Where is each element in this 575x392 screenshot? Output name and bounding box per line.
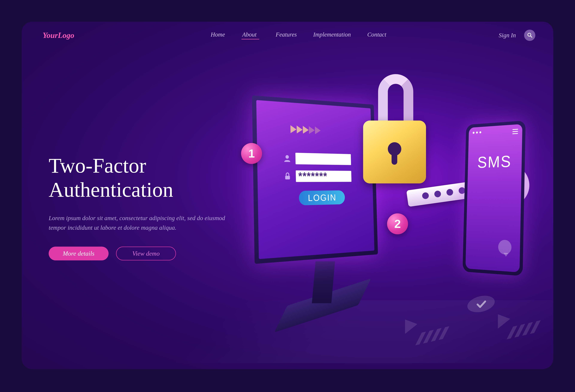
header-actions: Sign In: [499, 30, 535, 41]
hero-description: Lorem ipsum dolor sit amet, consectetur …: [49, 213, 228, 232]
nav-features[interactable]: Features: [276, 31, 297, 39]
view-demo-button[interactable]: View demo: [116, 247, 176, 260]
phone: SMS: [462, 121, 526, 276]
chevron-icons: [290, 125, 321, 134]
hamburger-icon: [512, 129, 518, 136]
nav-home[interactable]: Home: [211, 31, 225, 39]
phone-body: SMS: [462, 121, 526, 276]
sms-label: SMS: [468, 151, 522, 172]
search-button[interactable]: [524, 30, 535, 41]
monitor-screen: ******* LOGIN: [256, 100, 374, 259]
floor-plane: [173, 300, 553, 363]
keyhole-icon: [388, 142, 401, 165]
padlock: [363, 74, 426, 179]
password-input: *******: [296, 171, 352, 182]
signal-dots-icon: [473, 131, 481, 138]
phone-screen: SMS: [465, 124, 522, 272]
logo[interactable]: YourLogo: [43, 31, 74, 40]
more-details-button[interactable]: More details: [49, 247, 109, 260]
nav-contact[interactable]: Contact: [367, 31, 386, 39]
search-icon: [527, 32, 533, 38]
svg-point-2: [286, 155, 289, 159]
primary-nav: Home About Features Implementation Conta…: [211, 31, 386, 39]
monitor-bezel: ******* LOGIN: [252, 95, 378, 264]
svg-rect-3: [285, 176, 290, 179]
signin-link[interactable]: Sign In: [499, 32, 516, 39]
lock-icon: [284, 172, 292, 181]
nav-implementation[interactable]: Implementation: [313, 31, 351, 39]
login-button: LOGIN: [299, 190, 345, 205]
landing-card: YourLogo Home About Features Implementat…: [22, 22, 553, 369]
check-icon: [475, 298, 487, 310]
svg-line-1: [530, 36, 532, 37]
play-triangle-icon: [498, 312, 510, 328]
header: YourLogo Home About Features Implementat…: [22, 22, 553, 49]
padlock-body: [363, 121, 426, 183]
play-triangle-icon: [405, 317, 417, 334]
username-input: [295, 153, 351, 165]
hero-actions: More details View demo: [49, 247, 228, 260]
chat-bubble-icon: [498, 240, 512, 255]
hero-title: Two-Factor Authentication: [49, 153, 228, 202]
hero-section: Two-Factor Authentication Lorem ipsum do…: [49, 153, 228, 260]
padlock-shackle: [378, 74, 413, 125]
monitor-stand-pole: [312, 261, 335, 303]
nav-about[interactable]: About: [241, 31, 259, 39]
step-badge-2: 2: [387, 213, 408, 234]
hero-illustration: ******* LOGIN 1 2: [240, 73, 540, 357]
step-badge-1: 1: [241, 143, 262, 164]
user-icon: [283, 154, 291, 163]
phone-status-bar: [473, 129, 518, 138]
login-form: *******: [283, 152, 352, 188]
